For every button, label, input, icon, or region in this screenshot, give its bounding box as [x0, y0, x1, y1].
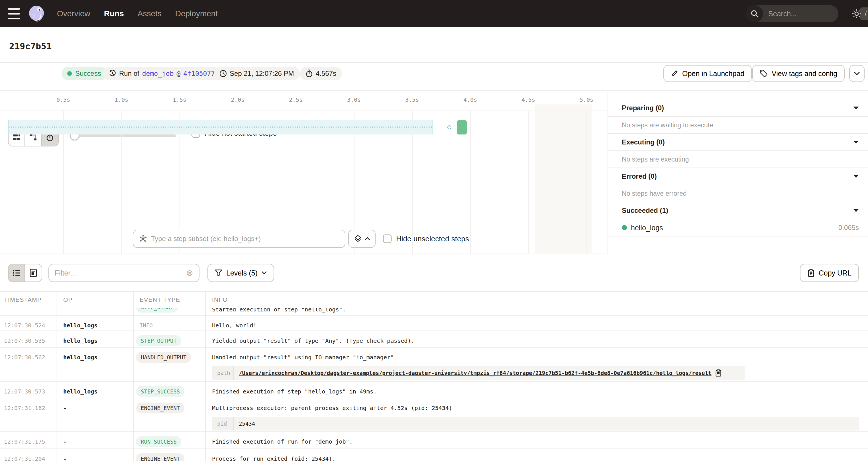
hide-unselected-checkbox[interactable]	[383, 235, 392, 243]
nav-assets[interactable]: Assets	[137, 9, 162, 18]
dagster-logo[interactable]	[28, 5, 46, 23]
step-selector-row: Hide unselected steps	[0, 229, 608, 248]
step-subset-inputwrap	[133, 229, 345, 248]
settings-gear-icon[interactable]	[851, 8, 862, 19]
gantt-toolbar: Hide not started steps Re-execute all (*…	[0, 63, 868, 90]
step-bar-hello-logs[interactable]	[457, 120, 467, 134]
op-selector-icon	[139, 235, 147, 243]
nav-deployment[interactable]: Deployment	[175, 9, 218, 18]
col-op: OP	[56, 292, 134, 308]
log-row[interactable]: 12:07:30.573 hello_logs STEP_SUCCESS Fin…	[0, 382, 868, 398]
section-caret-icon[interactable]	[853, 141, 859, 144]
search-input[interactable]	[763, 10, 860, 18]
global-search[interactable]: /	[746, 5, 838, 22]
log-row[interactable]: 12:07:30.562 hello_logs HANDLED_OUTPUT H…	[0, 347, 868, 382]
path-metadata: path /Users/erincochran/Desktop/dagster-…	[212, 366, 745, 380]
col-timestamp: TIMESTAMP	[0, 292, 56, 308]
log-row[interactable]: 12:07:30.524 hello_logs INFO Hello, worl…	[0, 316, 868, 331]
col-event-type: EVENT TYPE	[134, 292, 206, 308]
copy-path-icon[interactable]	[715, 369, 722, 377]
hamburger-menu-icon[interactable]	[8, 8, 20, 19]
structured-view-icon[interactable]	[25, 265, 41, 281]
clear-filter-icon[interactable]: ⊗	[186, 269, 193, 277]
section-caret-icon[interactable]	[853, 175, 859, 178]
clipboard-icon	[807, 269, 815, 277]
log-filter: ⊗	[49, 264, 199, 282]
chevron-down-icon	[261, 271, 267, 275]
hide-unselected-control: Hide unselected steps	[383, 235, 469, 243]
list-view-icon[interactable]	[8, 265, 25, 281]
succeeded-step-row[interactable]: hello_logs 0.065s	[608, 219, 868, 237]
step-name: hello_logs	[631, 224, 663, 232]
nav-overview[interactable]: Overview	[57, 9, 90, 18]
log-section: ⊗ Levels (5) Copy URL TIMESTAMP OP EVENT…	[0, 254, 868, 461]
dagster-run-page: Overview Runs Assets Deployment / 219c7b…	[0, 0, 868, 461]
run-id: 219c7b51	[9, 41, 52, 51]
path-link[interactable]: /Users/erincochran/Desktop/dagster-examp…	[239, 370, 712, 376]
copy-url-button[interactable]: Copy URL	[800, 264, 859, 282]
time-axis: 0.5s 1.0s 1.5s 2.0s 2.5s 3.0s 3.5s 4.0s …	[0, 91, 608, 111]
log-row[interactable]: 12:07:31.175 - RUN_SUCCESS Finished exec…	[0, 432, 868, 449]
log-filter-input[interactable]	[55, 269, 186, 277]
run-header: 219c7b51 Success Run of demo_job @ 4f105…	[0, 27, 868, 63]
log-table-header: TIMESTAMP OP EVENT TYPE INFO	[0, 292, 868, 308]
hide-unselected-label: Hide unselected steps	[396, 235, 469, 243]
gantt-section: 0.5s 1.0s 1.5s 2.0s 2.5s 3.0s 3.5s 4.0s …	[0, 90, 868, 254]
levels-dropdown[interactable]: Levels (5)	[208, 264, 274, 282]
layers-icon	[354, 235, 362, 243]
gantt-chart: 0.5s 1.0s 1.5s 2.0s 2.5s 3.0s 3.5s 4.0s …	[0, 91, 608, 255]
empty-state: No steps are executing	[608, 151, 868, 168]
pid-metadata: pid 25434	[212, 417, 859, 431]
log-row-partial[interactable]: STEP_START Started execution of step "he…	[0, 308, 868, 316]
log-row[interactable]: 12:07:31.204 - ENGINE_EVENT Process for …	[0, 449, 868, 461]
step-subset-input[interactable]	[151, 235, 339, 243]
section-caret-icon[interactable]	[853, 209, 859, 212]
log-view-segment	[8, 264, 42, 282]
section-executing[interactable]: Executing (0)	[608, 134, 868, 151]
empty-state: No steps are waiting to execute	[608, 117, 868, 134]
search-icon	[746, 5, 763, 22]
waiting-dotted-line	[8, 126, 433, 128]
section-errored[interactable]: Errored (0)	[608, 168, 868, 185]
log-row[interactable]: 12:07:30.535 hello_logs STEP_OUTPUT Yiel…	[0, 331, 868, 347]
step-duration: 0.065s	[838, 224, 859, 232]
funnel-icon	[215, 269, 222, 277]
apply-step-selection-button[interactable]	[348, 229, 376, 248]
empty-state: No steps have errored	[608, 185, 868, 202]
col-info: INFO	[206, 292, 868, 308]
step-start-marker	[447, 125, 452, 129]
log-rows: STEP_START Started execution of step "he…	[0, 308, 868, 461]
section-preparing[interactable]: Preparing (0)	[608, 100, 868, 117]
section-succeeded[interactable]: Succeeded (1)	[608, 202, 868, 219]
success-dot-icon	[622, 225, 627, 230]
section-caret-icon[interactable]	[853, 106, 859, 110]
top-nav: Overview Runs Assets Deployment /	[0, 0, 868, 27]
log-row[interactable]: 12:07:31.162 - ENGINE_EVENT Multiprocess…	[0, 398, 868, 432]
chevron-up-icon	[365, 237, 370, 241]
nav-runs[interactable]: Runs	[104, 9, 124, 18]
step-waiting-band	[8, 120, 433, 134]
step-status-panel: Preparing (0) No steps are waiting to ex…	[608, 91, 868, 255]
primary-nav: Overview Runs Assets Deployment	[57, 0, 218, 27]
log-toolbar: ⊗ Levels (5) Copy URL	[0, 254, 868, 292]
